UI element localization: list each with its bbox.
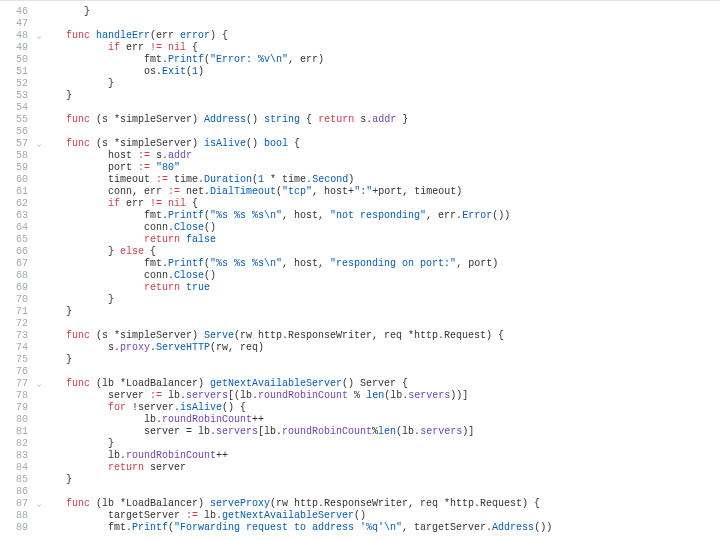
code-editor[interactable]: 46 }4748⌄ func handleErr(err error) {49 … [0,0,720,533]
code-line[interactable]: 83 lb.roundRobinCount++ [0,449,720,461]
code-line[interactable]: 61 conn, err := net.DialTimeout("tcp", h… [0,185,720,197]
code-line[interactable]: 55 func (s *simpleServer) Address() stri… [0,113,720,125]
line-number: 89 [0,521,32,535]
code-line[interactable]: 88 targetServer := lb.getNextAvailableSe… [0,509,720,521]
code-line[interactable]: 73 func (s *simpleServer) Serve(rw http.… [0,329,720,341]
code-line[interactable]: 63 fmt.Printf("%s %s %s\n", host, "not r… [0,209,720,221]
code-line[interactable]: 79 for !server.isAlive() { [0,401,720,413]
code-line[interactable]: 86 [0,485,720,497]
code-line[interactable]: 78 server := lb.servers[(lb.roundRobinCo… [0,389,720,401]
code-line[interactable]: 48⌄ func handleErr(err error) { [0,29,720,41]
code-line[interactable]: 46 } [0,5,720,17]
code-line[interactable]: 64 conn.Close() [0,221,720,233]
fold-toggle-icon[interactable]: ⌄ [32,497,46,511]
code-line[interactable]: 57⌄ func (s *simpleServer) isAlive() boo… [0,137,720,149]
code-line[interactable]: 74 s.proxy.ServeHTTP(rw, req) [0,341,720,353]
code-line[interactable]: 69 return true [0,281,720,293]
code-line[interactable]: 84 return server [0,461,720,473]
code-line[interactable]: 49 if err != nil { [0,41,720,53]
code-line[interactable]: 71 } [0,305,720,317]
code-line[interactable]: 47 [0,17,720,29]
code-line[interactable]: 81 server = lb.servers[lb.roundRobinCoun… [0,425,720,437]
code-line[interactable]: 56 [0,125,720,137]
code-line[interactable]: 70 } [0,293,720,305]
fold-toggle-icon[interactable]: ⌄ [32,137,46,151]
fold-toggle-icon[interactable]: ⌄ [32,377,46,391]
code-line[interactable]: 59 port := "80" [0,161,720,173]
code-line[interactable]: 54 [0,101,720,113]
code-line[interactable]: 80 lb.roundRobinCount++ [0,413,720,425]
fold-toggle-icon[interactable]: ⌄ [32,29,46,43]
code-line[interactable]: 62 if err != nil { [0,197,720,209]
code-line[interactable]: 77⌄ func (lb *LoadBalancer) getNextAvail… [0,377,720,389]
code-line[interactable]: 51 os.Exit(1) [0,65,720,77]
code-line[interactable]: 52 } [0,77,720,89]
code-line[interactable]: 60 timeout := time.Duration(1 * time.Sec… [0,173,720,185]
code-line[interactable]: 65 return false [0,233,720,245]
code-line[interactable]: 75 } [0,353,720,365]
code-line[interactable]: 85 } [0,473,720,485]
code-content[interactable]: fmt.Printf("Forwarding request to addres… [46,521,720,535]
code-line[interactable]: 53 } [0,89,720,101]
code-line[interactable]: 87⌄ func (lb *LoadBalancer) serveProxy(r… [0,497,720,509]
code-line[interactable]: 82 } [0,437,720,449]
code-line[interactable]: 72 [0,317,720,329]
code-line[interactable]: 58 host := s.addr [0,149,720,161]
code-line[interactable]: 76 [0,365,720,377]
code-line[interactable]: 89 fmt.Printf("Forwarding request to add… [0,521,720,533]
code-line[interactable]: 68 conn.Close() [0,269,720,281]
code-line[interactable]: 50 fmt.Printf("Error: %v\n", err) [0,53,720,65]
code-line[interactable]: 66 } else { [0,245,720,257]
code-line[interactable]: 67 fmt.Printf("%s %s %s\n", host, "respo… [0,257,720,269]
